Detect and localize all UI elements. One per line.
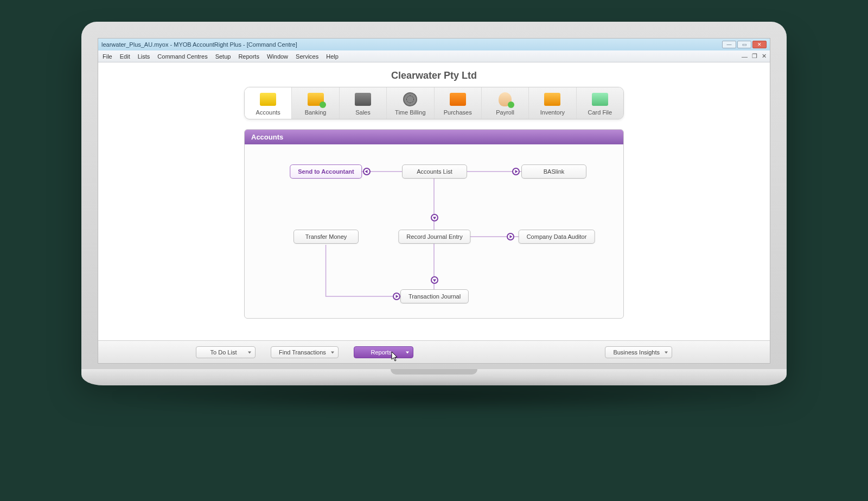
cc-tab-time-billing[interactable]: Time Billing <box>387 87 434 119</box>
cc-tab-payroll[interactable]: Payroll <box>482 87 529 119</box>
cc-label: Time Billing <box>389 109 431 116</box>
todo-list-dropdown[interactable]: To Do List <box>196 346 256 358</box>
menu-edit[interactable]: Edit <box>120 53 130 60</box>
app-screen: learwater_Plus_AU.myox - MYOB AccountRig… <box>98 38 770 364</box>
menu-bar: File Edit Lists Command Centres Setup Re… <box>98 50 770 62</box>
menu-window[interactable]: Window <box>267 53 288 60</box>
node-transaction-journal[interactable]: Transaction Journal <box>400 289 469 303</box>
cash-register-icon <box>355 93 371 106</box>
mdi-close-icon[interactable]: ✕ <box>762 53 767 60</box>
folder-icon <box>260 93 276 106</box>
node-baslink[interactable]: BASlink <box>521 164 586 179</box>
arrow-circle-icon <box>431 276 438 284</box>
menu-reports[interactable]: Reports <box>238 53 259 60</box>
cc-label: Payroll <box>484 109 526 116</box>
find-transactions-dropdown[interactable]: Find Transactions <box>271 346 339 358</box>
arrow-circle-icon <box>363 168 371 175</box>
node-send-to-accountant[interactable]: Send to Accountant <box>290 164 362 179</box>
menu-setup[interactable]: Setup <box>215 53 231 60</box>
menu-lists[interactable]: Lists <box>138 53 150 60</box>
arrow-circle-icon <box>393 293 400 300</box>
cc-label: Banking <box>294 109 336 116</box>
mdi-restore-icon[interactable]: ❐ <box>752 53 757 60</box>
cc-label: Purchases <box>437 109 479 116</box>
minimize-button[interactable]: — <box>722 41 736 48</box>
bottom-bar: To Do List Find Transactions Reports Bus… <box>98 340 770 363</box>
active-tab-indicator-icon <box>266 119 275 119</box>
laptop-bezel: learwater_Plus_AU.myox - MYOB AccountRig… <box>81 22 787 369</box>
menu-help[interactable]: Help <box>326 53 339 60</box>
cc-label: Inventory <box>531 109 573 116</box>
command-centre-toolbar: Accounts Banking Sales Time Billing <box>244 87 624 119</box>
maximize-button[interactable]: ▭ <box>737 41 751 48</box>
cc-tab-purchases[interactable]: Purchases <box>435 87 482 119</box>
clock-icon <box>403 92 417 106</box>
node-company-data-auditor[interactable]: Company Data Auditor <box>519 230 595 244</box>
menu-services[interactable]: Services <box>296 53 318 60</box>
window-title: learwater_Plus_AU.myox - MYOB AccountRig… <box>101 41 297 48</box>
window-titlebar: learwater_Plus_AU.myox - MYOB AccountRig… <box>98 39 770 50</box>
shopping-bag-icon <box>450 93 466 106</box>
clipboard-icon <box>544 93 560 106</box>
reports-dropdown[interactable]: Reports <box>354 346 413 358</box>
arrow-circle-icon <box>431 214 438 221</box>
company-title: Clearwater Pty Ltd <box>98 70 770 81</box>
accounts-panel: Accounts Send to Accountant Accounts Lis… <box>244 129 624 319</box>
close-button[interactable]: ✕ <box>752 41 767 48</box>
window-controls: — ▭ ✕ <box>722 41 767 48</box>
cc-label: Accounts <box>247 109 289 116</box>
card-file-icon <box>592 93 608 106</box>
node-transfer-money[interactable]: Transfer Money <box>293 230 359 244</box>
cc-label: Card File <box>579 109 621 116</box>
laptop-shadow <box>103 380 765 413</box>
node-accounts-list[interactable]: Accounts List <box>402 164 467 179</box>
mdi-minimize-icon[interactable]: — <box>742 53 748 60</box>
cc-tab-card-file[interactable]: Card File <box>577 87 623 119</box>
business-insights-dropdown[interactable]: Business Insights <box>605 346 672 358</box>
panel-header: Accounts <box>245 130 623 144</box>
cc-tab-accounts[interactable]: Accounts <box>245 87 292 119</box>
person-icon <box>499 92 512 106</box>
cc-tab-inventory[interactable]: Inventory <box>529 87 576 119</box>
cc-tab-banking[interactable]: Banking <box>292 87 339 119</box>
laptop-frame: learwater_Plus_AU.myox - MYOB AccountRig… <box>81 22 787 413</box>
banking-icon <box>308 93 324 106</box>
arrow-circle-icon <box>512 168 520 175</box>
menu-command-centres[interactable]: Command Centres <box>157 53 207 60</box>
cc-tab-sales[interactable]: Sales <box>340 87 387 119</box>
cc-label: Sales <box>342 109 384 116</box>
node-record-journal-entry[interactable]: Record Journal Entry <box>398 230 470 244</box>
panel-body: Send to Accountant Accounts List BASlink… <box>245 144 623 318</box>
arrow-circle-icon <box>507 233 514 240</box>
menu-file[interactable]: File <box>103 53 112 60</box>
